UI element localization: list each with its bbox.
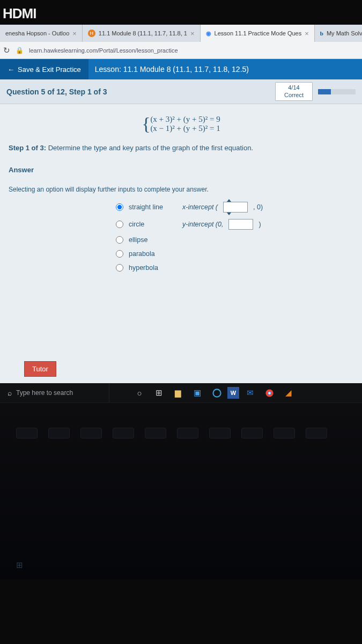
option-straight-line-radio[interactable]: [116, 203, 123, 211]
tab-label: 11.1 Module 8 (11.1, 11.7, 11.8, 1: [99, 30, 187, 36]
key: [177, 428, 198, 438]
url-text[interactable]: learn.hawkeslearning.com/Portal/Lesson/l…: [29, 47, 178, 54]
save-exit-button[interactable]: ← Save & Exit Practice: [0, 59, 88, 79]
option-ellipse-label: ellipse: [129, 236, 177, 244]
key: [80, 428, 102, 438]
content-area: { (x + 3)² + (y + 5)² = 9 (x − 1)² + (y …: [0, 104, 362, 383]
option-parabola-row: parabola: [116, 250, 353, 258]
equation-2: (x − 1)² + (y + 5)² = 1: [150, 124, 220, 133]
question-bar: Question 5 of 12, Step 1 of 3 4/14 Corre…: [0, 79, 362, 104]
yintercept-label: y-intercept (0,: [182, 221, 223, 228]
option-hyperbola-label: hyperbola: [129, 264, 177, 272]
chrome-icon[interactable]: [261, 384, 278, 401]
question-title: Question 5 of 12, Step 1 of 3: [6, 87, 107, 96]
tab-hawkes-module[interactable]: H 11.1 Module 8 (11.1, 11.7, 11.8, 1 ×: [83, 25, 201, 42]
bartleby-favicon-icon: b: [320, 30, 323, 36]
save-exit-label: Save & Exit Practice: [18, 65, 81, 74]
lesson-header: ← Save & Exit Practice Lesson: 11.1 Modu…: [0, 59, 362, 79]
progress-bar-fill: [318, 89, 331, 94]
search-icon: ⌕: [8, 389, 12, 397]
option-circle-label: circle: [129, 221, 177, 228]
svg-point-0: [213, 389, 220, 397]
option-hyperbola-radio[interactable]: [116, 264, 123, 272]
hawkes-favicon-icon: H: [88, 30, 95, 37]
xintercept-suffix: , 0): [253, 203, 263, 211]
screen-area: enesha Hopson - Outloo × H 11.1 Module 8…: [0, 25, 362, 402]
mail-icon[interactable]: ✉: [241, 384, 258, 401]
tab-lesson-practice[interactable]: ◉ Lesson 11.1 Practice Mode Ques ×: [201, 25, 315, 42]
cortana-icon[interactable]: ○: [131, 384, 148, 401]
yintercept-suffix: ): [258, 221, 261, 228]
tab-bartleby[interactable]: b My Math Solver | bartl: [315, 25, 362, 42]
tab-label: enesha Hopson - Outloo: [5, 30, 69, 36]
monitor-logo: HDMI: [0, 0, 362, 25]
chrome-favicon-icon: ◉: [206, 30, 211, 37]
key: [306, 428, 327, 438]
option-ellipse-radio[interactable]: [116, 236, 123, 244]
tab-outlook[interactable]: enesha Hopson - Outloo ×: [0, 25, 83, 42]
score-fraction: 4/14: [284, 84, 304, 91]
file-explorer-icon[interactable]: ▆: [169, 384, 187, 401]
key: [113, 428, 134, 438]
option-parabola-label: parabola: [129, 250, 177, 258]
lesson-title: Lesson: 11.1 Module 8 (11.1, 11.7, 11.8,…: [88, 65, 249, 74]
step-line: Step 1 of 3: Determine the type and key …: [9, 144, 353, 152]
lock-icon: 🔒: [16, 47, 24, 54]
yintercept-input[interactable]: [228, 219, 253, 230]
task-icons: ○ ⊞ ▆ ▣ W ✉ ◢: [109, 383, 297, 402]
edge-icon[interactable]: [208, 384, 225, 401]
tab-label: My Math Solver | bartl: [327, 30, 362, 36]
close-icon[interactable]: ×: [305, 30, 309, 38]
windows-key-icon: ⊞: [16, 560, 23, 570]
search-placeholder: Type here to search: [16, 389, 73, 397]
answer-heading: Answer: [9, 166, 353, 174]
score-box: 4/14 Correct: [275, 82, 313, 100]
function-key-row: [16, 428, 357, 438]
browser-tab-bar: enesha Hopson - Outloo × H 11.1 Module 8…: [0, 25, 362, 42]
step-description: Determine the type and key parts of the …: [48, 144, 253, 152]
option-straight-line-label: straight line: [129, 203, 177, 211]
xintercept-input[interactable]: [223, 202, 248, 213]
word-icon[interactable]: W: [227, 387, 239, 399]
score-area: 4/14 Correct: [275, 82, 356, 100]
key: [145, 428, 166, 438]
store-icon[interactable]: ▣: [189, 384, 206, 401]
option-straight-line-row: straight line x-intercept ( , 0): [116, 202, 353, 213]
key: [209, 428, 231, 438]
options-area: straight line x-intercept ( , 0) circle …: [116, 202, 353, 272]
brace-icon: {: [142, 114, 150, 134]
option-circle-radio[interactable]: [116, 221, 123, 228]
url-bar: ↻ 🔒 learn.hawkeslearning.com/Portal/Less…: [0, 42, 362, 59]
windows-taskbar: ⌕ Type here to search ○ ⊞ ▆ ▣ W ✉ ◢: [0, 383, 362, 402]
back-arrow-icon: ←: [8, 65, 14, 74]
svg-point-3: [268, 392, 270, 394]
hint-text: Selecting an option will display further…: [9, 186, 353, 193]
step-label: Step 1 of 3:: [9, 144, 46, 152]
tab-label: Lesson 11.1 Practice Mode Ques: [215, 30, 302, 36]
key: [274, 428, 295, 438]
keyboard-area: ⊞: [0, 402, 362, 580]
option-ellipse-row: ellipse: [116, 236, 353, 244]
task-view-icon[interactable]: ⊞: [150, 384, 167, 401]
key: [241, 428, 263, 438]
option-circle-row: circle y-intercept (0, ): [116, 219, 353, 230]
taskbar-search[interactable]: ⌕ Type here to search: [2, 383, 109, 402]
key: [16, 428, 38, 438]
groove-icon[interactable]: ◢: [280, 384, 297, 401]
reload-icon[interactable]: ↻: [3, 46, 10, 55]
tutor-button[interactable]: Tutor: [24, 361, 56, 377]
key: [48, 428, 70, 438]
equation-block: { (x + 3)² + (y + 5)² = 9 (x − 1)² + (y …: [9, 111, 353, 144]
progress-bar: [318, 89, 356, 94]
close-icon[interactable]: ×: [72, 30, 77, 38]
close-icon[interactable]: ×: [190, 30, 195, 38]
option-parabola-radio[interactable]: [116, 250, 123, 258]
equation-1: (x + 3)² + (y + 5)² = 9: [150, 115, 220, 124]
option-hyperbola-row: hyperbola: [116, 264, 353, 272]
score-label: Correct: [284, 92, 304, 99]
xintercept-label: x-intercept (: [182, 203, 218, 211]
